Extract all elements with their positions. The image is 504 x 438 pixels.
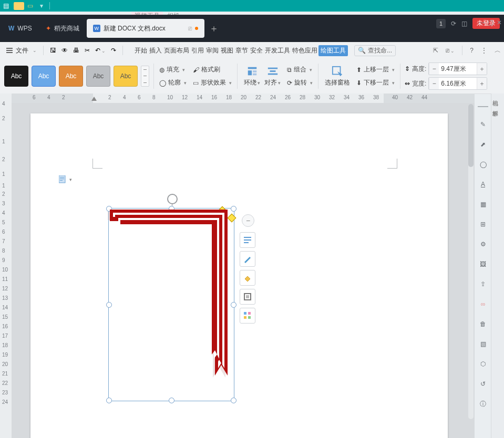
resize-se[interactable] [231, 398, 236, 403]
rail-trash-icon[interactable]: 🗑 [477, 318, 489, 330]
ctx-fill-icon[interactable] [240, 270, 255, 286]
qat-save-icon[interactable]: 🖫 [50, 47, 56, 54]
group-button[interactable]: ⧉组合▾ [286, 65, 314, 75]
notification-badge[interactable]: 1 [436, 19, 446, 28]
tab-sections[interactable]: 章节 [234, 45, 249, 56]
ctx-edit-icon[interactable] [240, 251, 255, 267]
height-value[interactable]: 9.47厘米 [439, 65, 477, 74]
tab-security[interactable]: 安全 [249, 45, 264, 56]
export-icon[interactable]: ⇱ [433, 47, 438, 54]
tab-start[interactable]: 开始 [133, 45, 148, 56]
rail-shield-icon[interactable]: ⬡ [477, 358, 489, 370]
qat-redo-icon[interactable]: ↷ [111, 47, 116, 54]
width-inc[interactable]: ＋ [477, 78, 487, 89]
style-gallery-expand[interactable] [141, 66, 149, 87]
rail-shape-icon[interactable]: ◯ [477, 159, 489, 170]
rail-image-icon[interactable]: 🖼 [477, 258, 489, 270]
rail-info-icon[interactable]: ⓘ [477, 398, 489, 410]
qat-print-icon[interactable]: 🖶 [73, 47, 79, 54]
rail-settings-icon[interactable]: ⚙ [477, 238, 489, 250]
command-search[interactable]: 🔍 查找命... [354, 45, 396, 56]
style-chip-4[interactable]: Abc [86, 66, 110, 87]
style-chip-2[interactable]: Abc [32, 66, 56, 87]
lock-aspect-icon[interactable]: ⇕ [405, 65, 410, 72]
taskbar-app-icon[interactable]: ▤ [0, 0, 12, 12]
ctx-more-icon[interactable] [240, 308, 255, 324]
shape-style-gallery[interactable]: Abc Abc Abc Abc Abc [4, 66, 149, 87]
qat-undo-icon[interactable]: ↶⌄ [95, 47, 106, 54]
rail-link-icon[interactable]: ∞ [477, 298, 489, 310]
document-canvas[interactable]: ▾ [12, 103, 475, 438]
window-maximize[interactable]: ▢ [488, 19, 493, 26]
collapse-ribbon-icon[interactable]: ︿ [495, 46, 501, 55]
window-minimize[interactable]: — [478, 19, 485, 26]
new-tab-button[interactable]: ＋ [205, 20, 222, 37]
tab-references[interactable]: 引用 [190, 45, 205, 56]
tab-template-store[interactable]: ✦ 稻壳商城 [39, 19, 86, 38]
style-chip-5[interactable]: Abc [114, 66, 138, 87]
align-button[interactable]: 对齐▾ [262, 66, 283, 87]
rotate-icon: ⟳ [287, 79, 292, 87]
screen-icon[interactable]: ⎚⌄ [446, 47, 455, 54]
send-backward-button[interactable]: ⬇下移一层▾ [355, 78, 396, 88]
width-spinner[interactable]: − 6.16厘米 ＋ [428, 77, 487, 90]
tab-insert[interactable]: 插入 [148, 45, 163, 56]
format-painter-button[interactable]: 🖌格式刷 [192, 65, 233, 75]
wrap-button[interactable]: 环绕▾ [242, 66, 262, 87]
paragraph-control[interactable]: ▾ [59, 175, 72, 184]
help-icon[interactable]: ? [470, 47, 474, 54]
qat-print-preview-icon[interactable]: 👁 [61, 47, 68, 54]
apps-icon[interactable]: ◫ [461, 20, 467, 27]
vertical-scrollbar[interactable] [468, 104, 474, 419]
tab-review[interactable]: 审阅 [205, 45, 220, 56]
more-icon[interactable]: ⋮ [481, 47, 487, 54]
tab-dev-tools[interactable]: 开发工具 [264, 45, 291, 56]
tab-display-icon[interactable]: ⎚ [188, 25, 192, 32]
vertical-ruler[interactable]: 4212112345678910111213141516171819202122… [0, 93, 12, 438]
selected-shape[interactable] [108, 208, 234, 401]
resize-s[interactable] [169, 398, 174, 403]
rail-share-icon[interactable]: ⇪ [477, 278, 489, 290]
style-chip-1[interactable]: Abc [4, 66, 28, 87]
rail-history-icon[interactable]: ↺ [477, 378, 489, 390]
ctx-layout-icon[interactable] [240, 232, 255, 248]
rail-select-icon[interactable]: ⬈ [477, 139, 489, 150]
window-close[interactable]: ✕ [497, 19, 502, 26]
tab-current-document[interactable]: W 新建 DOCX 文档.docx ⎚ [87, 19, 204, 38]
rotation-handle[interactable] [167, 194, 178, 204]
rail-picture-icon[interactable]: ▧ [477, 338, 489, 350]
tab-view[interactable]: 视图 [220, 45, 234, 56]
height-inc[interactable]: ＋ [477, 63, 487, 75]
shape-effect-button[interactable]: ▭形状效果▾ [192, 78, 233, 88]
taskbar-folder-icon[interactable] [14, 2, 24, 10]
taskbar-save-icon[interactable]: ▾ [36, 0, 47, 12]
rail-edit-icon[interactable]: ✎ [477, 119, 489, 130]
width-dec[interactable]: − [429, 78, 439, 89]
link-dim-icon[interactable]: ⇔ [405, 80, 410, 87]
bring-forward-button[interactable]: ⬆上移一层▾ [355, 65, 396, 75]
style-chip-3[interactable]: Abc [59, 66, 83, 87]
width-value[interactable]: 6.16厘米 [439, 79, 477, 88]
height-spinner[interactable]: − 9.47厘米 ＋ [428, 62, 487, 75]
tab-wps-home[interactable]: W WPS [2, 19, 38, 38]
qat-cut-icon[interactable]: ✂ [85, 47, 90, 54]
rail-apps-icon[interactable]: ⊞ [477, 218, 489, 230]
outline-button[interactable]: ◯轮廓▾ [158, 78, 188, 88]
rail-text-icon[interactable]: A [477, 179, 489, 190]
fill-button[interactable]: ◍填充▾ [158, 65, 188, 75]
ctx-collapse-icon[interactable]: − [242, 214, 254, 227]
scrollbar-thumb[interactable] [468, 104, 474, 167]
tab-drawing-tools[interactable]: 绘图工具 [318, 45, 348, 56]
ctx-border-icon[interactable] [240, 289, 255, 305]
svg-rect-19 [248, 312, 251, 315]
rotate-button[interactable]: ⟳旋转▾ [286, 78, 314, 88]
taskbar-doc-icon[interactable]: ▭ [24, 0, 36, 12]
tab-featured[interactable]: 特色应用 [291, 45, 318, 56]
height-dec[interactable]: − [429, 63, 439, 75]
file-menu[interactable]: 文件 ⌄ [3, 45, 40, 56]
tab-page-layout[interactable]: 页面布局 [163, 45, 190, 56]
selection-pane-button[interactable]: 选择窗格 [323, 66, 352, 87]
resize-sw[interactable] [106, 398, 112, 403]
sync-icon[interactable]: ⟳ [451, 20, 456, 27]
rail-table-icon[interactable]: ▦ [477, 199, 489, 210]
